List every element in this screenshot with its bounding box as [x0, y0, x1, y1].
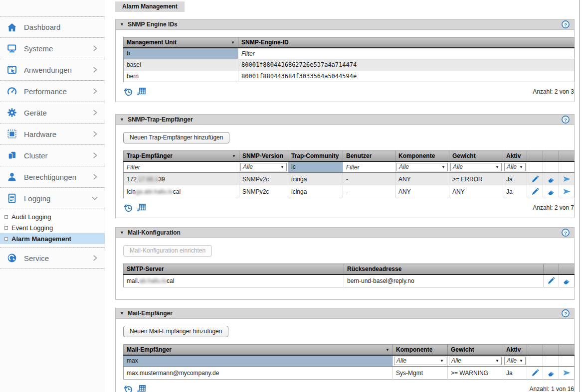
send-test-icon[interactable] — [563, 175, 571, 182]
column-header-gewicht[interactable]: Gewicht — [449, 151, 503, 162]
sidebar-item-dashboard[interactable]: Dashboard — [0, 16, 105, 38]
column-header-komponente[interactable]: Komponente — [393, 345, 448, 356]
column-header-smtp-server[interactable]: SMTP-Server — [124, 264, 344, 275]
mail-recipient-cell: max.mustermann@mycompany.de — [124, 367, 393, 380]
column-header-snmp-version[interactable]: SNMP-Version — [239, 151, 288, 162]
aktiv-filter-select[interactable]: Alle▼ — [504, 357, 526, 365]
sidebar-item-logging[interactable]: Logging — [0, 188, 105, 209]
filter-cell: Alle▼ — [395, 161, 449, 173]
filter-cell: Alle▼ — [239, 161, 288, 173]
sidebar-item-audit-logging[interactable]: Audit Logging — [0, 211, 105, 222]
panel-snmp-trap-receivers: ▼ SNMP-Trap-Empfänger Neuen Trap-Empfäng… — [115, 114, 575, 218]
table-row: 172.17.66.139 SNMPv2c icinga - ANY >= ER… — [124, 173, 575, 186]
sidebar-item-label: Geräte — [24, 109, 47, 117]
trap-receiver-cell: 172.17.66.139 — [124, 173, 239, 186]
edit-pencil-icon[interactable] — [547, 277, 555, 284]
komponente-filter-select[interactable]: Alle▼ — [394, 357, 446, 365]
help-icon[interactable] — [561, 309, 570, 318]
tab-alarm-management[interactable]: Alarm Management — [115, 1, 185, 12]
filter-cell: Alle▼ — [503, 161, 527, 173]
delete-eraser-icon[interactable] — [547, 369, 555, 376]
snmp-version-filter-select[interactable]: Alle▼ — [240, 163, 287, 171]
management-unit-filter-input[interactable]: b — [124, 48, 238, 59]
panel-header-snmp-engine-ids[interactable]: ▼ SNMP Engine IDs — [115, 19, 575, 30]
column-header-trap-community[interactable]: Trap-Community — [288, 151, 343, 162]
column-header-delete — [543, 151, 559, 162]
column-header-delete — [543, 345, 559, 356]
sidebar-item-anwendungen[interactable]: Anwendungen — [0, 59, 105, 81]
filter-cell — [559, 355, 575, 367]
column-header-ruecksendeadresse[interactable]: Rücksendeadresse — [344, 264, 544, 275]
sidebar-item-cluster[interactable]: Cluster — [0, 145, 105, 166]
send-test-icon[interactable] — [563, 188, 571, 195]
sidebar-item-event-logging[interactable]: Event Logging — [0, 222, 105, 233]
delete-eraser-icon[interactable] — [563, 277, 571, 284]
filter-cell — [527, 355, 543, 367]
chevron-right-icon — [90, 129, 100, 139]
panel-header-mail-empfaenger[interactable]: ▼ Mail-Empfänger — [115, 308, 575, 319]
column-header-edit — [527, 345, 543, 356]
sidebar-item-systeme[interactable]: Systeme — [0, 38, 105, 59]
edit-pencil-icon[interactable] — [531, 188, 539, 195]
dropdown-arrow-icon: ▼ — [494, 165, 499, 169]
row-count: Anzahl: 2 von 7 — [533, 204, 574, 211]
gewicht-cell: >= ERROR — [449, 173, 503, 186]
home-icon — [6, 22, 17, 33]
sub-item-label: Event Logging — [11, 224, 53, 232]
help-icon[interactable] — [561, 20, 570, 29]
filter-cell: Alle▼ — [449, 161, 503, 173]
column-header-mail-empfaenger[interactable]: Mail-Empfänger▼ — [124, 345, 393, 356]
benutzer-filter-input[interactable]: Filter — [343, 162, 395, 172]
sidebar-item-label: Berechtigungen — [24, 173, 76, 181]
trap-community-filter-input[interactable]: ic — [288, 162, 343, 172]
komponente-filter-select[interactable]: Alle▼ — [396, 163, 448, 171]
sidebar-item-geraete[interactable]: Geräte — [0, 102, 105, 124]
refresh-history-icon[interactable] — [123, 384, 133, 392]
redacted-text: ga.abt.hallu.lo — [136, 188, 173, 195]
refresh-history-icon[interactable] — [123, 203, 133, 213]
column-header-aktiv[interactable]: Aktiv — [503, 151, 527, 162]
help-icon[interactable] — [561, 115, 570, 124]
column-header-gewicht[interactable]: Gewicht — [448, 345, 503, 356]
sidebar-item-performance[interactable]: Performance — [0, 81, 105, 102]
help-icon[interactable] — [561, 228, 570, 237]
refresh-history-icon[interactable] — [123, 87, 133, 97]
column-header-trap-receiver[interactable]: Trap-Empfänger▼ — [124, 151, 239, 162]
column-header-aktiv[interactable]: Aktiv — [503, 345, 527, 356]
column-header-snmp-engine-id[interactable]: SNMP-Engine-ID — [238, 37, 575, 48]
edit-pencil-icon[interactable] — [531, 175, 539, 182]
panel-header-mail-konfiguration[interactable]: ▼ Mail-Konfiguration — [115, 227, 575, 238]
return-address-cell: bern-und-basel@reply.no — [344, 274, 544, 287]
setup-mail-config-button: Mail-Konfiguration einrichten — [123, 245, 212, 257]
sidebar-item-label: Dashboard — [24, 23, 60, 31]
export-table-icon[interactable] — [136, 87, 146, 97]
komponente-cell: ANY — [395, 173, 449, 186]
sidebar-item-hardware[interactable]: Hardware — [0, 124, 105, 145]
sort-down-icon: ▼ — [229, 40, 235, 45]
trap-receiver-filter-input[interactable]: Filter — [124, 162, 239, 172]
aktiv-filter-select[interactable]: Alle▼ — [504, 163, 526, 171]
sidebar-item-service[interactable]: Service — [0, 248, 105, 269]
column-header-komponente[interactable]: Komponente — [395, 151, 449, 162]
filter-cell — [559, 161, 575, 173]
chevron-right-icon — [90, 65, 100, 75]
panel-header-snmp-trap-receivers[interactable]: ▼ SNMP-Trap-Empfänger — [115, 114, 575, 125]
sidebar-item-alarm-management[interactable]: Alarm Management — [0, 233, 105, 244]
add-trap-receiver-button[interactable]: Neuen Trap-Empfänger hinzufügen — [123, 132, 229, 143]
export-table-icon[interactable] — [136, 384, 146, 392]
column-header-management-unit[interactable]: Management Unit▼ — [124, 37, 238, 48]
engine-id-filter-input[interactable]: Filter — [238, 49, 574, 59]
edit-pencil-icon[interactable] — [531, 369, 539, 376]
send-test-icon[interactable] — [563, 369, 571, 376]
add-mail-recipient-button[interactable]: Neuen Mail-Empfänger hinzufügen — [123, 326, 228, 337]
column-header-benutzer[interactable]: Benutzer — [343, 151, 395, 162]
mail-recipient-filter-input[interactable]: max — [124, 356, 392, 366]
delete-eraser-icon[interactable] — [547, 188, 555, 195]
gewicht-filter-select[interactable]: Alle▼ — [449, 357, 502, 365]
filter-cell: Filter — [124, 161, 239, 173]
redacted-text: .17.66.1 — [137, 176, 158, 183]
gewicht-filter-select[interactable]: Alle▼ — [450, 163, 502, 171]
delete-eraser-icon[interactable] — [547, 175, 555, 182]
sidebar-item-berechtigungen[interactable]: Berechtigungen — [0, 166, 105, 188]
export-table-icon[interactable] — [136, 203, 146, 213]
